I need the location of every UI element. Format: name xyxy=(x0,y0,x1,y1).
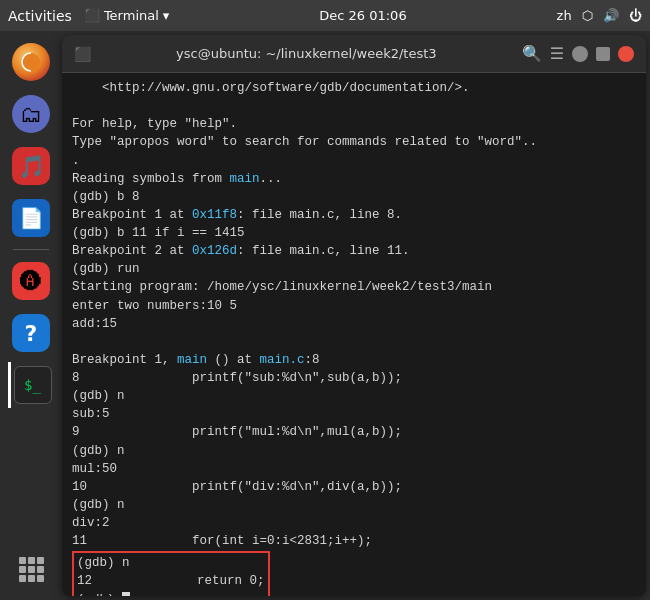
term-line: add:15 xyxy=(72,315,636,333)
term-line: mul:50 xyxy=(72,460,636,478)
terminal-dock-icon: $_ xyxy=(24,377,41,393)
dock-item-appstore[interactable]: 🅐 xyxy=(8,258,54,304)
term-line xyxy=(72,97,636,115)
appstore-icon: 🅐 xyxy=(20,269,42,294)
term-line xyxy=(72,333,636,351)
maximize-button[interactable]: □ xyxy=(596,47,610,61)
topbar-center: Dec 26 01:06 xyxy=(169,8,556,23)
help-icon: ? xyxy=(25,321,38,346)
power-icon: ⏻ xyxy=(629,8,642,23)
close-button[interactable]: ✕ xyxy=(618,46,634,62)
term-line: (gdb) b 11 if i == 1415 xyxy=(72,224,636,242)
term-line: enter two numbers:10 5 xyxy=(72,297,636,315)
terminal-menu[interactable]: ⬛ Terminal ▾ xyxy=(84,8,169,23)
terminal-title-text: ysc@ubuntu: ~/linuxkernel/week2/test3 xyxy=(99,46,514,61)
terminal-menu-label: Terminal xyxy=(104,8,159,23)
dock-item-libreoffice[interactable]: 📄 xyxy=(8,195,54,241)
terminal-icon: ⬛ xyxy=(84,8,100,23)
dock: 🗂 🎵 📄 🅐 ? xyxy=(0,31,62,600)
dock-grid-button[interactable] xyxy=(8,546,54,592)
language-label: zh xyxy=(557,8,572,23)
dock-separator xyxy=(13,249,49,250)
grid-icon xyxy=(19,557,44,582)
terminal-titlebar: ⬛ ysc@ubuntu: ~/linuxkernel/week2/test3 … xyxy=(62,35,646,73)
minimize-button[interactable]: — xyxy=(572,46,588,62)
terminal-title-icon: ⬛ xyxy=(74,46,91,62)
term-line: 10 printf("div:%d\n",div(a,b)); xyxy=(72,478,636,496)
term-line: (gdb) xyxy=(77,591,265,597)
term-line: div:2 xyxy=(72,514,636,532)
term-line: Breakpoint 1, main () at main.c:8 xyxy=(72,351,636,369)
term-line: sub:5 xyxy=(72,405,636,423)
term-line: 8 printf("sub:%d\n",sub(a,b)); xyxy=(72,369,636,387)
term-line: Reading symbols from main... xyxy=(72,170,636,188)
terminal-window: ⬛ ysc@ubuntu: ~/linuxkernel/week2/test3 … xyxy=(62,35,646,596)
dock-item-terminal[interactable]: $_ xyxy=(8,362,54,408)
network-icon: ⬡ xyxy=(582,8,593,23)
files-icon: 🗂 xyxy=(20,102,42,127)
main-layout: 🗂 🎵 📄 🅐 ? xyxy=(0,31,650,600)
volume-icon: 🔊 xyxy=(603,8,619,23)
dock-item-firefox[interactable] xyxy=(8,39,54,85)
term-line: (gdb) n xyxy=(72,442,636,460)
topbar: Activities ⬛ Terminal ▾ Dec 26 01:06 zh … xyxy=(0,0,650,31)
term-line: For help, type "help". xyxy=(72,115,636,133)
red-highlight-box: (gdb) n 12 return 0; (gdb) xyxy=(72,551,270,596)
term-line: Starting program: /home/ysc/linuxkernel/… xyxy=(72,278,636,296)
activities-button[interactable]: Activities xyxy=(8,8,72,24)
dock-item-files[interactable]: 🗂 xyxy=(8,91,54,137)
rhythmbox-icon: 🎵 xyxy=(18,154,45,179)
term-line: (gdb) n xyxy=(72,387,636,405)
term-line: <http://www.gnu.org/software/gdb/documen… xyxy=(72,79,636,97)
term-line: (gdb) b 8 xyxy=(72,188,636,206)
term-line: (gdb) n xyxy=(77,554,265,572)
term-line: (gdb) n xyxy=(72,496,636,514)
terminal-content[interactable]: <http://www.gnu.org/software/gdb/documen… xyxy=(62,73,646,596)
dock-item-rhythmbox[interactable]: 🎵 xyxy=(8,143,54,189)
topbar-right: zh ⬡ 🔊 ⏻ xyxy=(557,8,642,23)
firefox-icon xyxy=(19,50,43,74)
term-line: Type "apropos word" to search for comman… xyxy=(72,133,636,151)
term-line: Breakpoint 2 at 0x126d: file main.c, lin… xyxy=(72,242,636,260)
libreoffice-icon: 📄 xyxy=(19,206,44,230)
dock-item-help[interactable]: ? xyxy=(8,310,54,356)
cursor xyxy=(122,592,130,596)
term-line: 9 printf("mul:%d\n",mul(a,b)); xyxy=(72,423,636,441)
search-button[interactable]: 🔍 xyxy=(522,44,542,63)
term-line: . xyxy=(72,152,636,170)
term-line: 12 return 0; xyxy=(77,572,265,590)
term-line: Breakpoint 1 at 0x11f8: file main.c, lin… xyxy=(72,206,636,224)
menu-button[interactable]: ☰ xyxy=(550,44,564,63)
term-line: 11 for(int i=0:i<2831;i++); xyxy=(72,532,636,550)
topbar-left: Activities ⬛ Terminal ▾ xyxy=(8,8,169,24)
term-line: (gdb) run xyxy=(72,260,636,278)
datetime-label: Dec 26 01:06 xyxy=(319,8,406,23)
